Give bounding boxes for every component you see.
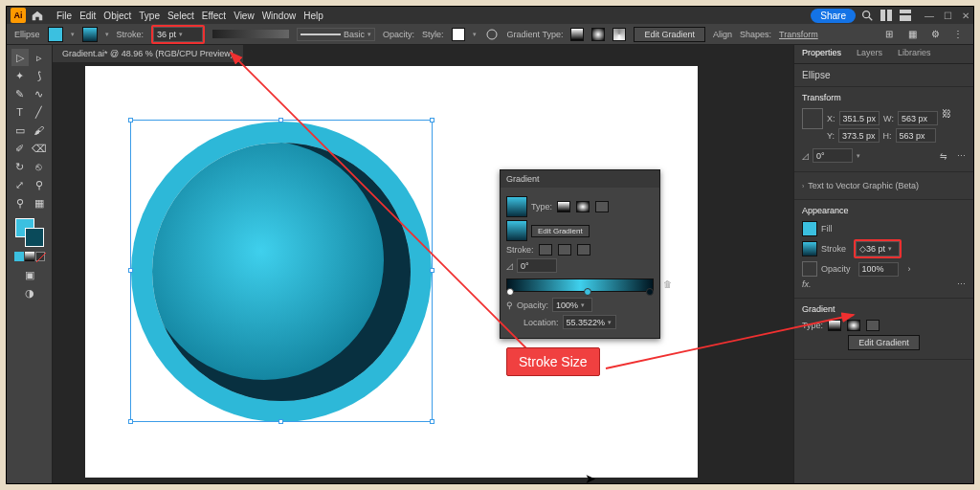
gradient-panel[interactable]: Gradient Type: Edit Gradient Stroke:	[500, 169, 660, 339]
line-tool[interactable]: ╱	[31, 103, 48, 121]
fx-label[interactable]: fx.	[802, 279, 812, 289]
color-swatch[interactable]	[14, 252, 24, 261]
freeform-type-icon[interactable]	[866, 320, 880, 331]
gradient-preview-swatch[interactable]	[506, 196, 527, 217]
align-label[interactable]: Align	[713, 30, 732, 39]
gradient-stop[interactable]	[646, 288, 654, 296]
snap-icon[interactable]: ▦	[904, 27, 920, 42]
fill-swatch[interactable]	[48, 27, 63, 42]
more-options-icon[interactable]: ⋯	[957, 151, 966, 161]
edit-content-tool[interactable]: ◑	[21, 284, 38, 301]
menu-window[interactable]: Window	[262, 11, 297, 21]
prefs-icon[interactable]: ⚙	[927, 27, 943, 42]
stroke-color-swatch[interactable]	[802, 241, 817, 256]
freeform-type-icon[interactable]	[595, 201, 609, 212]
pen-tool[interactable]: ✎	[11, 85, 29, 102]
stroke-apply-1-icon[interactable]	[539, 244, 552, 256]
free-transform-tool[interactable]: ⤢	[11, 176, 29, 193]
style-swatch[interactable]	[452, 28, 465, 41]
radial-type-icon[interactable]	[847, 320, 860, 331]
flip-h-icon[interactable]: ⇋	[940, 151, 947, 161]
stroke-apply-3-icon[interactable]	[577, 244, 590, 256]
gradient-radial-icon[interactable]	[591, 28, 605, 41]
width-tool[interactable]: ⎋	[31, 158, 48, 175]
gradient-stop[interactable]	[506, 288, 514, 296]
w-input[interactable]: 563 px	[898, 111, 938, 125]
menu-edit[interactable]: Edit	[79, 11, 96, 21]
edit-gradient-button[interactable]: Edit Gradient	[848, 335, 920, 350]
menu-effect[interactable]: Effect	[202, 11, 226, 21]
delete-stop-icon[interactable]: 🗑	[663, 279, 672, 289]
recolor-icon[interactable]	[484, 27, 500, 42]
menu-view[interactable]: View	[234, 11, 255, 21]
menu-type[interactable]: Type	[139, 11, 160, 21]
gradient-swatch[interactable]	[25, 252, 34, 261]
minimize-button[interactable]: —	[924, 11, 934, 21]
menu-select[interactable]: Select	[167, 11, 194, 21]
rotate-input[interactable]: 0°	[813, 148, 853, 163]
rectangle-tool[interactable]: ▭	[11, 122, 29, 139]
tab-properties[interactable]: Properties	[794, 45, 849, 63]
more-icon[interactable]: ⋮	[950, 27, 966, 42]
text-to-vector-label[interactable]: Text to Vector Graphic (Beta)	[808, 181, 919, 190]
isolate-icon[interactable]: ⊞	[881, 27, 897, 42]
h-input[interactable]: 563 px	[896, 128, 936, 143]
stroke-weight-input[interactable]: 36 pt ▾	[153, 27, 203, 42]
gradient-panel-header[interactable]: Gradient	[501, 170, 659, 188]
lasso-tool[interactable]: ⟆	[31, 67, 48, 84]
brush-style[interactable]: Basic▾	[297, 28, 375, 41]
edit-gradient-button[interactable]: Edit Gradient	[634, 27, 705, 42]
opacity-swatch-icon[interactable]	[802, 261, 817, 277]
tab-libraries[interactable]: Libraries	[890, 45, 939, 63]
menu-object[interactable]: Object	[103, 11, 131, 21]
home-icon[interactable]	[30, 8, 45, 23]
chevron-down-icon[interactable]: ▾	[473, 31, 477, 38]
gradient-freeform-icon[interactable]	[612, 28, 626, 41]
transform-link[interactable]: Transform	[779, 30, 818, 39]
close-button[interactable]: ✕	[962, 11, 969, 21]
menu-file[interactable]: File	[56, 11, 72, 21]
maximize-button[interactable]: ☐	[944, 11, 952, 21]
workspace-icon[interactable]	[898, 8, 913, 23]
y-input[interactable]: 373.5 px	[838, 128, 880, 143]
stroke-apply-2-icon[interactable]	[558, 244, 571, 256]
stop-location-input[interactable]: 55.3522% ▾	[563, 315, 616, 329]
puppet-tool[interactable]: ⚲	[31, 176, 48, 193]
more-options-icon[interactable]: ⋯	[957, 279, 966, 289]
link-icon[interactable]: ⛓	[942, 108, 951, 145]
none-swatch[interactable]	[35, 252, 45, 261]
share-button[interactable]: Share	[811, 9, 856, 23]
gradient-slider[interactable]: 🗑	[506, 278, 654, 292]
x-input[interactable]: 351.5 px	[839, 111, 880, 125]
document-tab[interactable]: Gradient.ai* @ 48.96 % (RGB/CPU Preview)	[53, 45, 243, 62]
chevron-down-icon[interactable]: ▾	[71, 31, 75, 38]
selection-tool[interactable]: ▷	[11, 49, 29, 66]
stop-opacity-input[interactable]: 100% ▾	[552, 298, 592, 312]
gradient-tool[interactable]: ▦	[31, 194, 48, 212]
stroke-weight-input[interactable]: ◇ 36 pt ▾	[856, 241, 900, 256]
opacity-input[interactable]: 100%	[858, 262, 899, 277]
rotate-tool[interactable]: ↻	[11, 158, 29, 175]
type-tool[interactable]: T	[11, 103, 29, 121]
eyedropper-tool[interactable]: ⚲	[11, 194, 29, 212]
linear-type-icon[interactable]	[828, 320, 841, 331]
menu-help[interactable]: Help	[303, 11, 323, 21]
gradient-linear-icon[interactable]	[570, 28, 584, 41]
tab-layers[interactable]: Layers	[849, 45, 890, 63]
screen-mode-tool[interactable]: ▣	[21, 266, 38, 283]
gradient-angle-input[interactable]: 0°	[517, 258, 557, 273]
radial-type-icon[interactable]	[576, 201, 590, 212]
magic-wand-tool[interactable]: ✦	[11, 67, 29, 84]
search-icon[interactable]	[859, 8, 875, 23]
reference-point-icon[interactable]	[802, 108, 823, 129]
chevron-down-icon[interactable]: ▾	[105, 31, 109, 38]
shaper-tool[interactable]: ✐	[11, 140, 29, 157]
stroke-swatch[interactable]	[82, 27, 98, 42]
arrange-icon[interactable]	[879, 8, 894, 23]
direct-select-tool[interactable]: ▹	[31, 49, 48, 66]
eraser-tool[interactable]: ⌫	[31, 140, 48, 157]
fill-color-swatch[interactable]	[802, 221, 817, 236]
brush-tool[interactable]: 🖌	[31, 122, 48, 139]
fill-stroke-indicator[interactable]	[15, 218, 44, 247]
linear-type-icon[interactable]	[557, 201, 570, 212]
